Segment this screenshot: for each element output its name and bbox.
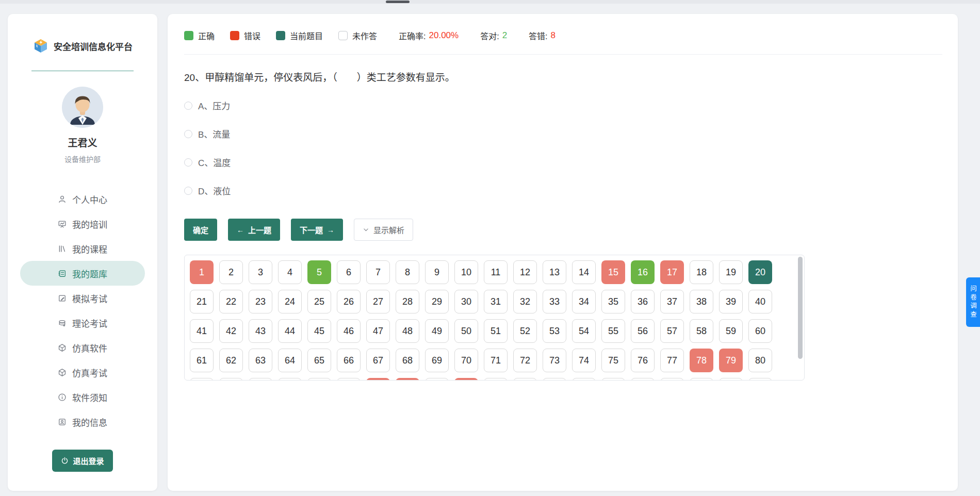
logout-button[interactable]: 退出登录 — [52, 450, 112, 472]
question-cell-15[interactable]: 15 — [601, 260, 625, 284]
show-analysis-button[interactable]: 显示解析 — [354, 219, 413, 241]
question-cell-84[interactable]: 84 — [278, 378, 302, 381]
sidebar-item-simulation-exam[interactable]: 仿真考试 — [8, 360, 157, 385]
question-cell-95[interactable]: 95 — [601, 378, 625, 381]
next-question-button[interactable]: 下一题 → — [291, 219, 343, 241]
question-cell-49[interactable]: 49 — [425, 319, 449, 343]
question-cell-37[interactable]: 37 — [660, 290, 684, 313]
question-cell-42[interactable]: 42 — [219, 319, 243, 343]
question-cell-62[interactable]: 62 — [219, 349, 243, 372]
question-cell-21[interactable]: 21 — [190, 290, 214, 313]
question-cell-55[interactable]: 55 — [601, 319, 625, 343]
sidebar-item-my-info[interactable]: 我的信息 — [8, 409, 157, 434]
question-cell-58[interactable]: 58 — [690, 319, 713, 343]
question-cell-78[interactable]: 78 — [690, 349, 713, 372]
option-B[interactable]: B、流量 — [184, 127, 958, 140]
question-cell-33[interactable]: 33 — [543, 290, 566, 313]
question-cell-13[interactable]: 13 — [543, 260, 566, 284]
grid-scrollbar[interactable] — [798, 257, 803, 359]
question-cell-40[interactable]: 40 — [748, 290, 772, 313]
question-cell-41[interactable]: 41 — [190, 319, 214, 343]
question-cell-56[interactable]: 56 — [631, 319, 655, 343]
question-cell-85[interactable]: 85 — [307, 378, 331, 381]
question-cell-87[interactable]: 87 — [366, 378, 390, 381]
question-cell-26[interactable]: 26 — [337, 290, 361, 313]
question-cell-23[interactable]: 23 — [249, 290, 272, 313]
question-cell-82[interactable]: 82 — [219, 378, 243, 381]
question-cell-11[interactable]: 11 — [484, 260, 508, 284]
question-cell-47[interactable]: 47 — [366, 319, 390, 343]
sidebar-item-personal-center[interactable]: 个人中心 — [8, 187, 157, 211]
prev-question-button[interactable]: ← 上一题 — [228, 219, 280, 241]
option-A[interactable]: A、压力 — [184, 99, 958, 112]
question-cell-74[interactable]: 74 — [572, 349, 596, 372]
survey-tab[interactable]: 问卷调查 — [966, 277, 980, 327]
question-cell-5[interactable]: 5 — [307, 260, 331, 284]
question-cell-36[interactable]: 36 — [631, 290, 655, 313]
question-cell-66[interactable]: 66 — [337, 349, 361, 372]
question-cell-63[interactable]: 63 — [249, 349, 272, 372]
question-cell-46[interactable]: 46 — [337, 319, 361, 343]
question-cell-94[interactable]: 94 — [572, 378, 596, 381]
question-cell-53[interactable]: 53 — [543, 319, 566, 343]
question-cell-35[interactable]: 35 — [601, 290, 625, 313]
question-cell-16[interactable]: 16 — [631, 260, 655, 284]
question-cell-75[interactable]: 75 — [601, 349, 625, 372]
question-cell-43[interactable]: 43 — [249, 319, 272, 343]
question-cell-2[interactable]: 2 — [219, 260, 243, 284]
question-cell-7[interactable]: 7 — [366, 260, 390, 284]
question-cell-60[interactable]: 60 — [748, 319, 772, 343]
radio-icon[interactable] — [184, 158, 192, 167]
question-cell-69[interactable]: 69 — [425, 349, 449, 372]
question-cell-39[interactable]: 39 — [719, 290, 743, 313]
question-cell-27[interactable]: 27 — [366, 290, 390, 313]
confirm-button[interactable]: 确定 — [184, 219, 217, 241]
question-cell-45[interactable]: 45 — [307, 319, 331, 343]
question-cell-8[interactable]: 8 — [396, 260, 419, 284]
question-cell-86[interactable]: 86 — [337, 378, 361, 381]
question-cell-59[interactable]: 59 — [719, 319, 743, 343]
question-cell-80[interactable]: 80 — [748, 349, 772, 372]
question-cell-24[interactable]: 24 — [278, 290, 302, 313]
question-cell-17[interactable]: 17 — [660, 260, 684, 284]
question-cell-52[interactable]: 52 — [513, 319, 537, 343]
question-cell-38[interactable]: 38 — [690, 290, 713, 313]
sidebar-item-theory-exam[interactable]: 理论考试 — [8, 310, 157, 335]
question-cell-28[interactable]: 28 — [396, 290, 419, 313]
question-cell-64[interactable]: 64 — [278, 349, 302, 372]
question-cell-68[interactable]: 68 — [396, 349, 419, 372]
question-cell-30[interactable]: 30 — [454, 290, 478, 313]
question-cell-29[interactable]: 29 — [425, 290, 449, 313]
question-cell-6[interactable]: 6 — [337, 260, 361, 284]
question-cell-10[interactable]: 10 — [454, 260, 478, 284]
sidebar-item-my-question-bank[interactable]: 我的题库 — [20, 261, 145, 286]
question-cell-73[interactable]: 73 — [543, 349, 566, 372]
question-cell-32[interactable]: 32 — [513, 290, 537, 313]
question-cell-57[interactable]: 57 — [660, 319, 684, 343]
question-cell-19[interactable]: 19 — [719, 260, 743, 284]
radio-icon[interactable] — [184, 130, 192, 138]
question-cell-3[interactable]: 3 — [249, 260, 272, 284]
question-cell-51[interactable]: 51 — [484, 319, 508, 343]
option-D[interactable]: D、液位 — [184, 184, 958, 197]
question-cell-76[interactable]: 76 — [631, 349, 655, 372]
question-cell-1[interactable]: 1 — [190, 260, 214, 284]
sidebar-item-mock-exam[interactable]: 模拟考试 — [8, 286, 157, 310]
question-cell-4[interactable]: 4 — [278, 260, 302, 284]
question-cell-70[interactable]: 70 — [454, 349, 478, 372]
option-C[interactable]: C、温度 — [184, 156, 958, 169]
question-cell-90[interactable]: 90 — [454, 378, 478, 381]
question-cell-100[interactable]: 100 — [748, 378, 772, 381]
question-cell-79[interactable]: 79 — [719, 349, 743, 372]
question-cell-89[interactable]: 89 — [425, 378, 449, 381]
question-cell-12[interactable]: 12 — [513, 260, 537, 284]
question-cell-31[interactable]: 31 — [484, 290, 508, 313]
question-cell-34[interactable]: 34 — [572, 290, 596, 313]
question-cell-92[interactable]: 92 — [513, 378, 537, 381]
question-cell-83[interactable]: 83 — [249, 378, 272, 381]
radio-icon[interactable] — [184, 187, 192, 195]
question-cell-96[interactable]: 96 — [631, 378, 655, 381]
question-cell-72[interactable]: 72 — [513, 349, 537, 372]
question-cell-88[interactable]: 88 — [396, 378, 419, 381]
sidebar-item-my-courses[interactable]: 我的课程 — [8, 236, 157, 261]
